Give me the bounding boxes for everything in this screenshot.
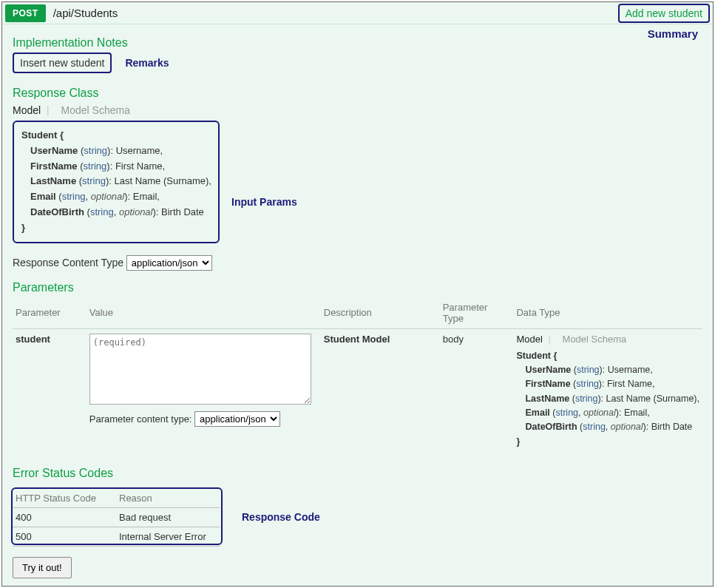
annotation-response-code: Response Code — [242, 511, 320, 523]
summary-link[interactable]: Add new student — [618, 4, 710, 23]
param-description: Student Model — [321, 328, 440, 453]
model-property: FirstName (string): First Name, — [30, 159, 211, 175]
model-property: DateOfBirth (string, optional): Birth Da… — [525, 420, 699, 434]
param-name: student — [13, 328, 87, 453]
model-property: DateOfBirth (string, optional): Birth Da… — [30, 205, 211, 220]
implementation-notes-text: Insert new student — [13, 53, 112, 73]
param-content-type-label: Parameter content type: — [89, 413, 192, 425]
col-data-type: Data Type — [513, 297, 702, 329]
data-type-model: Student { UserName (string): Username,Fi… — [516, 349, 699, 450]
model-property: Email (string, optional): Email, — [525, 406, 699, 420]
error-table: HTTP Status Code Reason 400Bad request50… — [13, 489, 220, 547]
parameters-title: Parameters — [13, 281, 702, 294]
parameters-table: Parameter Value Description Parameter Ty… — [13, 297, 702, 454]
annotation-input-params: Input Params — [231, 196, 297, 208]
col-description: Description — [321, 297, 440, 329]
error-reason: Bad request — [116, 508, 220, 527]
param-value-textarea[interactable] — [89, 334, 311, 405]
col-reason: Reason — [116, 489, 220, 508]
error-status-codes-title: Error Status Codes — [13, 467, 702, 480]
dt-tab-model[interactable]: Model — [516, 334, 542, 345]
dt-tab-model-schema[interactable]: Model Schema — [563, 334, 627, 345]
col-parameter: Parameter — [13, 297, 87, 329]
col-value: Value — [87, 297, 321, 329]
model-property: Email (string, optional): Email, — [30, 189, 211, 205]
tab-model-schema[interactable]: Model Schema — [61, 104, 130, 116]
error-code: 400 — [13, 508, 116, 527]
param-content-type-select[interactable]: application/json — [194, 411, 280, 427]
response-class-title: Response Class — [13, 87, 702, 100]
annotation-remarks: Remarks — [125, 57, 169, 69]
implementation-notes-title: Implementation Notes — [13, 36, 702, 50]
response-content-type-select[interactable]: application/json — [126, 255, 212, 271]
error-code: 500 — [13, 527, 116, 547]
col-param-type: Parameter Type — [440, 297, 514, 329]
model-property: UserName (string): Username, — [525, 363, 699, 377]
http-method-badge: POST — [5, 4, 46, 22]
tab-model[interactable]: Model — [13, 104, 41, 116]
model-property: LastName (string): Last Name (Surname), — [525, 392, 699, 406]
response-content-type-label: Response Content Type — [13, 257, 123, 268]
table-row: student Parameter content type: applicat… — [13, 328, 702, 453]
model-property: UserName (string): Username, — [30, 143, 211, 159]
param-type: body — [440, 328, 514, 453]
error-reason: Internal Server Error — [116, 527, 220, 547]
model-property: LastName (string): Last Name (Surname), — [30, 174, 211, 189]
try-it-out-button[interactable]: Try it out! — [13, 557, 72, 578]
model-property: FirstName (string): First Name, — [525, 377, 699, 391]
table-row: 500Internal Server Error — [13, 527, 220, 547]
operation-header[interactable]: POST /api/Students Add new student — [2, 2, 713, 24]
endpoint-path: /api/Students — [53, 7, 118, 19]
table-row: 400Bad request — [13, 508, 220, 527]
response-model-box: Student { UserName (string): Username,Fi… — [13, 121, 220, 243]
col-http-status: HTTP Status Code — [13, 489, 116, 508]
annotation-summary: Summary — [648, 27, 698, 40]
